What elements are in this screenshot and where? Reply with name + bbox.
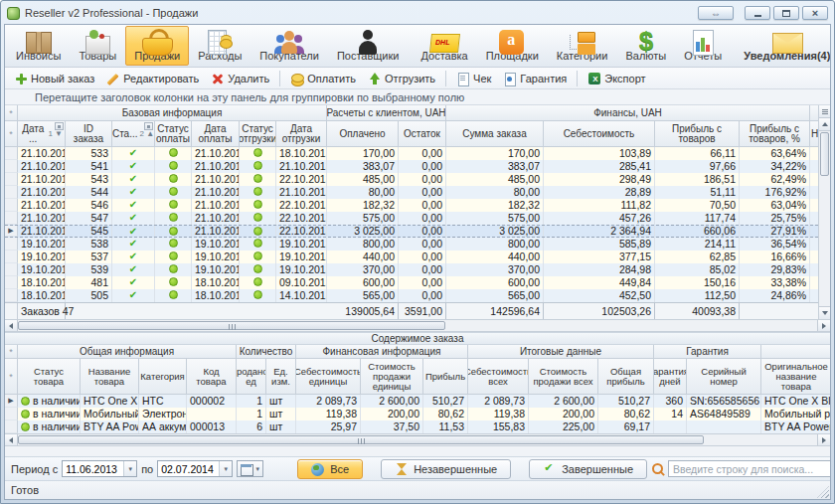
contents-column-header[interactable]: Себестоимость всех — [468, 359, 529, 395]
table-row[interactable]: 19.10.2013537✔19.10.201319.10.2013440,00… — [5, 251, 818, 263]
table-row[interactable]: ▶21.10.2013545✔21.10.201322.10.20133 025… — [5, 225, 818, 238]
contents-column-header[interactable]: Стоимость продажи единицы — [361, 359, 423, 395]
orders-band-header[interactable]: Базовая информация — [18, 105, 327, 121]
orders-column-header[interactable]: Прибыль с товаров, % — [740, 121, 810, 147]
toolbar-item-categories[interactable]: Категории — [548, 26, 617, 66]
period-to-input[interactable]: 02.07.2014 ▼ — [157, 460, 233, 477]
contents-column-header[interactable]: Ед. изм. — [266, 359, 296, 395]
period-preset-button[interactable]: ▼ — [237, 460, 263, 477]
toolbar-item-export[interactable]: Экспорт — [583, 71, 650, 86]
toolbar-item-reports[interactable]: Отчеты — [675, 26, 731, 66]
horizontal-scrollbar-thumb[interactable] — [18, 435, 704, 444]
orders-column-header[interactable]: Дата ...1 ▼ — [18, 121, 66, 147]
table-row[interactable]: 21.10.2013533✔21.10.201318.10.2013170,00… — [5, 147, 818, 160]
toolbar-item-suppliers[interactable]: Поставщики — [328, 26, 409, 66]
close-button[interactable]: × — [802, 6, 828, 20]
orders-vertical-scrollbar[interactable] — [818, 105, 830, 319]
table-row[interactable]: 21.10.2013547✔21.10.201322.10.2013575,00… — [5, 212, 818, 225]
orders-column-header[interactable]: ID заказа — [66, 121, 112, 147]
contents-column-header[interactable]: Статус товара — [18, 359, 81, 395]
titlebar[interactable]: Reseller v2 Professional - Продажи ⇔ × — [4, 4, 831, 24]
table-row[interactable]: 21.10.2013544✔21.10.201321.10.201380,000… — [5, 186, 818, 199]
scrollbar-track[interactable] — [704, 434, 817, 445]
toolbar-item-new-order[interactable]: Новый заказ — [9, 71, 99, 86]
table-row[interactable]: в наличииМобильный роутерЭлектроника1шт1… — [5, 408, 831, 420]
minimize-button[interactable] — [745, 6, 770, 20]
orders-column-header[interactable]: Прибыль с товаров — [655, 121, 740, 147]
column-customize-button[interactable] — [819, 105, 830, 118]
toolbar-item-receipt[interactable]: Чек — [451, 71, 496, 86]
table-row[interactable]: 19.10.2013539✔19.10.201319.10.2013370,00… — [5, 263, 818, 276]
table-row[interactable]: ▶в наличииHTC One X BlackHTC0000021шт2 0… — [5, 395, 831, 408]
filter-button-unfinished[interactable]: Незавершенные — [381, 459, 511, 479]
contents-column-header[interactable]: Название товара — [81, 359, 139, 395]
toolbar-item-markets[interactable]: Площадки — [477, 26, 548, 66]
contents-band-header[interactable] — [761, 345, 831, 359]
window-mode-button[interactable]: ⇔ — [698, 6, 734, 20]
table-row[interactable]: 21.10.2013541✔21.10.201321.10.2013383,07… — [5, 160, 818, 173]
toolbar-item-delivery[interactable]: Доставка — [412, 26, 476, 66]
orders-column-header[interactable]: Ста...2 ▲ — [112, 121, 155, 147]
table-row[interactable]: в наличииBTY AA Power UMАА аккумуляторы0… — [5, 420, 831, 433]
filter-button-finished[interactable]: Завершенные — [529, 459, 647, 479]
table-row[interactable]: 21.10.2013546✔21.10.201322.10.2013182,32… — [5, 199, 818, 212]
scroll-left-button[interactable] — [5, 320, 18, 331]
contents-column-header[interactable]: Оригинальное название товара — [761, 359, 831, 395]
toolbar-item-ship[interactable]: Отгрузить — [363, 71, 440, 86]
scroll-right-button[interactable] — [817, 434, 830, 445]
scroll-right-button[interactable] — [817, 320, 830, 331]
scroll-up-button[interactable] — [819, 118, 830, 131]
table-row[interactable]: 19.10.2013538✔19.10.201319.10.2013800,00… — [5, 238, 818, 251]
resize-grip[interactable] — [817, 486, 829, 498]
scroll-down-button[interactable] — [819, 306, 830, 319]
contents-column-header[interactable]: Прибыль — [423, 359, 468, 395]
table-row[interactable]: 18.10.2013481✔18.10.201309.10.2013600,00… — [5, 276, 818, 289]
orders-column-header[interactable]: Статус оплаты — [155, 121, 192, 147]
toolbar-item-sales[interactable]: Продажи — [125, 26, 189, 66]
contents-horizontal-scrollbar[interactable] — [5, 433, 830, 446]
scrollbar-track[interactable] — [445, 320, 817, 331]
period-from-input[interactable]: 11.06.2013 ▼ — [62, 460, 137, 477]
contents-band-header[interactable]: Количество — [237, 345, 296, 359]
contents-band-header[interactable]: Финансовая информация — [296, 345, 468, 359]
contents-column-header[interactable]: Категория — [139, 359, 187, 395]
filter-icon[interactable] — [55, 122, 64, 130]
contents-column-header[interactable]: Стоимость продажи всех — [529, 359, 598, 395]
contents-band-header[interactable]: Общая информация — [18, 345, 237, 359]
orders-column-header[interactable]: Н — [810, 121, 818, 147]
orders-column-header[interactable]: Себестоимость — [544, 121, 655, 147]
contents-column-header[interactable]: продано, ед — [237, 359, 266, 395]
toolbar-item-invoices[interactable]: Инвойсы — [7, 26, 70, 66]
toolbar-item-goods[interactable]: Товары — [70, 26, 125, 66]
vertical-scrollbar-thumb[interactable] — [820, 132, 829, 176]
orders-column-header[interactable]: Дата отгрузки — [276, 121, 327, 147]
toolbar-item-currency[interactable]: Валюты — [616, 26, 675, 66]
group-by-panel[interactable]: Перетащите заголовок колонки на эту пане… — [5, 89, 830, 105]
chevron-down-icon[interactable]: ▼ — [123, 461, 136, 476]
orders-horizontal-scrollbar[interactable] — [5, 319, 830, 332]
contents-column-header[interactable]: Себестоимость единицы — [296, 359, 361, 395]
orders-band-header[interactable]: Расчеты с клиентом, UAH — [327, 105, 446, 121]
contents-column-header[interactable]: Серийный номер — [687, 359, 761, 395]
chevron-down-icon[interactable]: ▼ — [219, 461, 232, 476]
filter-button-all[interactable]: Все — [297, 459, 363, 479]
table-row[interactable]: 18.10.2013505✔18.10.201314.10.2013565,00… — [5, 289, 818, 302]
contents-band-header[interactable]: Итоговые данные — [468, 345, 654, 359]
toolbar-item-expenses[interactable]: Расходы — [189, 26, 250, 66]
contents-column-header[interactable]: Гарантия, дней — [654, 359, 687, 395]
contents-column-header[interactable]: Код товара — [187, 359, 237, 395]
scroll-left-button[interactable] — [5, 434, 18, 445]
contents-band-header[interactable]: Гарантия — [654, 345, 761, 359]
toolbar-item-notifications[interactable]: Уведомления(4) — [735, 26, 831, 66]
contents-column-header[interactable]: Общая прибыль — [598, 359, 654, 395]
toolbar-item-warranty[interactable]: Гарантия — [498, 71, 572, 86]
orders-column-header[interactable]: Дата оплаты — [192, 121, 240, 147]
orders-band-header[interactable] — [810, 105, 818, 121]
orders-column-header[interactable]: Сумма заказа — [446, 121, 544, 147]
orders-column-header[interactable]: Остаток — [399, 121, 446, 147]
search-input[interactable] — [668, 460, 831, 477]
filter-icon[interactable] — [144, 122, 153, 130]
toolbar-item-delete[interactable]: Удалить — [206, 71, 274, 86]
orders-column-header[interactable]: Оплачено — [327, 121, 399, 147]
toolbar-item-buyers[interactable]: Покупатели — [250, 26, 328, 66]
